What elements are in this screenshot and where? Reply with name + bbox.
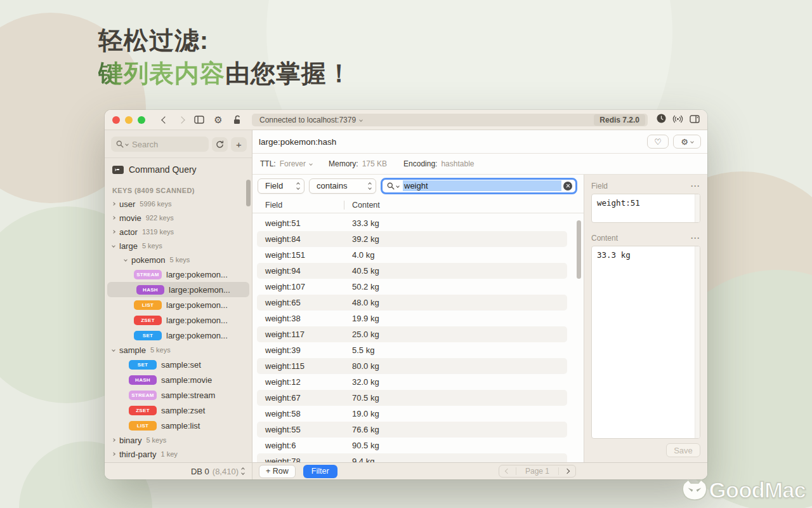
chevron-right-icon[interactable] [112,216,115,220]
add-key-button[interactable]: + [231,137,247,152]
tree-key-item[interactable]: LISTlarge:pokemon... [105,297,252,312]
cat-logo-icon [681,478,708,502]
save-button[interactable]: Save [666,443,700,457]
table-row[interactable]: weight:11580.0 kg [257,358,567,374]
tree-folder[interactable]: user5996 keys [105,197,252,211]
tree-folder[interactable]: movie922 keys [105,211,252,225]
detail-content-editor[interactable]: 33.3 kg [591,246,700,439]
minimize-window-button[interactable] [125,116,133,124]
table-row[interactable]: weight:9440.5 kg [257,263,567,279]
table-row[interactable]: weight:5576.6 kg [257,422,567,438]
tree-folder[interactable]: third-party1 key [105,447,252,461]
table-row[interactable]: weight:1232.0 kg [257,374,567,390]
history-clock-icon[interactable] [657,114,666,126]
zoom-window-button[interactable] [138,116,145,124]
command-query-item[interactable]: Command Query [105,158,252,180]
tree-key-item[interactable]: ZSETsample:zset [105,403,252,418]
forward-button[interactable] [173,113,190,127]
table-row[interactable]: weight:789.4 kg [257,453,567,462]
db-selector[interactable]: DB 0 (8,410) [105,463,252,479]
sidebar-scrollbar[interactable] [246,180,251,206]
table-row[interactable]: weight:11725.0 kg [257,326,567,342]
type-badge-stream: STREAM [134,270,162,279]
chevron-down-icon[interactable] [124,258,128,262]
settings-gear-icon[interactable]: ⚙ [209,113,228,127]
ellipsis-menu-icon[interactable]: ··· [691,182,700,190]
chevron-down-icon [690,140,694,144]
cell-content: 48.0 kg [344,298,379,307]
toggle-sidebar-icon[interactable] [190,113,209,127]
connection-selector[interactable]: Connected to localhost:7379 Redis 7.2.0 [252,114,648,126]
tree-key-item[interactable]: HASHlarge:pokemon... [107,282,249,297]
monitor-broadcast-icon[interactable] [672,114,683,126]
detail-panel: Field ··· weight:51 Content ··· 33.3 kg … [584,175,707,462]
table-row[interactable]: weight:395.5 kg [257,342,567,358]
search-icon [387,182,395,190]
table-row[interactable]: weight:6548.0 kg [257,295,567,311]
chevron-right-icon[interactable] [112,230,115,234]
chevron-down-icon [359,118,363,122]
chevron-down-icon[interactable] [112,244,115,248]
filter-op-select[interactable]: contains [309,178,376,194]
close-window-button[interactable] [112,116,120,124]
search-input[interactable]: Search [111,137,209,152]
table-row[interactable]: weight:5819.0 kg [257,406,567,422]
key-meta-row: TTL: Forever Memory: 175 KB Encoding: ha… [252,154,707,175]
table-row[interactable]: weight:8439.2 kg [257,231,567,247]
type-badge-hash: HASH [129,375,157,385]
cell-content: 9.4 kg [344,457,374,462]
key-settings-button[interactable]: ⚙ [673,135,701,149]
back-button[interactable] [157,113,173,127]
tree-folder[interactable]: actor1319 keys [105,225,252,239]
add-row-button[interactable]: + Row [259,465,296,478]
watermark-brand: GoodMac [709,478,806,503]
chevron-right-icon[interactable] [112,438,115,442]
refresh-button[interactable] [212,137,228,152]
detail-field-editor[interactable]: weight:51 [591,194,700,223]
type-badge-list: LIST [129,421,157,431]
table-row[interactable]: weight:3819.9 kg [257,311,567,326]
favorite-button[interactable]: ♡ [647,135,669,149]
unlock-icon[interactable] [228,113,247,127]
tree-key-item[interactable]: HASHsample:movie [105,372,252,387]
tree-key-item[interactable]: ZSETlarge:pokemon... [105,312,252,328]
tree-folder[interactable]: large5 keys [105,239,252,253]
column-header-field[interactable]: Field [252,201,344,210]
tree-folder[interactable]: sample5 keys [105,343,252,357]
filter-field-select[interactable]: Field [258,178,304,194]
table-row[interactable]: weight:5133.3 kg [257,215,567,231]
ellipsis-menu-icon[interactable]: ··· [691,234,700,243]
tree-key-item[interactable]: SETlarge:pokemon... [105,328,252,343]
tree-key-item[interactable]: STREAMsample:stream [105,387,252,403]
encoding-label: Encoding: [403,159,437,168]
table-row[interactable]: weight:10750.2 kg [257,279,567,295]
cell-field: weight:58 [257,409,344,418]
type-badge-stream: STREAM [129,391,157,400]
folder-label: binary [119,436,141,445]
column-header-content[interactable]: Content [344,201,380,210]
table-scrollbar[interactable] [577,220,581,279]
tree-folder[interactable]: pokemon5 keys [105,253,252,267]
filter-search-input[interactable]: weight [381,178,577,194]
chevron-down-icon[interactable] [112,348,115,352]
cell-field: weight:38 [257,314,344,323]
ttl-value[interactable]: Forever [280,159,306,168]
table-row[interactable]: weight:1514.0 kg [257,247,567,263]
table-row[interactable]: weight:690.5 kg [257,438,567,453]
toggle-right-panel-icon[interactable] [690,114,700,126]
clear-search-button[interactable] [563,182,572,190]
filter-button[interactable]: Filter [303,465,337,478]
cell-field: weight:51 [257,218,344,228]
tree-key-item[interactable]: STREAMlarge:pokemon... [105,267,252,282]
tree-key-item[interactable]: LISTsample:list [105,418,252,433]
next-page-button[interactable] [559,465,575,477]
table-row[interactable]: weight:6770.5 kg [257,390,567,406]
hero-line2-green: 键列表内容 [98,60,225,87]
prev-page-button[interactable] [499,465,516,477]
chevron-right-icon[interactable] [112,202,115,206]
title-bar: ⚙ Connected to localhost:7379 Redis 7.2.… [105,110,707,130]
tree-folder[interactable]: binary5 keys [105,433,252,447]
tree-key-item[interactable]: SETsample:set [105,357,252,372]
chevron-right-icon[interactable] [112,452,115,456]
bottom-bar: DB 0 (8,410) + Row Filter Page 1 [105,462,707,479]
